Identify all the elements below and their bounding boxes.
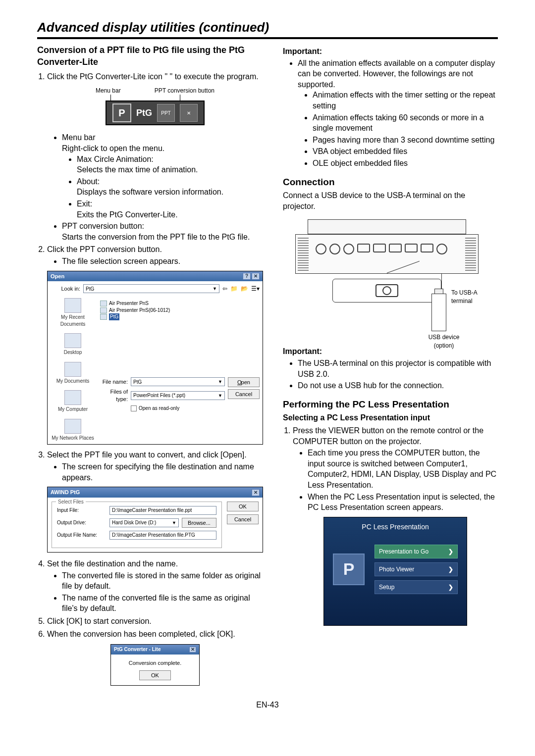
file-item[interactable]: PtG xyxy=(100,313,258,320)
unsupported-item: OLE object embedded files xyxy=(313,158,498,169)
readonly-label: Open as read-only xyxy=(139,405,179,412)
label-usba: To USB-A terminal xyxy=(451,289,498,304)
place-network[interactable]: My Network Places xyxy=(52,419,94,442)
newfolder-icon[interactable]: 📂 xyxy=(241,285,248,293)
page-title: Advanced display utilities (continued) xyxy=(37,20,498,39)
lens-icon xyxy=(375,284,398,297)
step-6: When the conversion has been completed, … xyxy=(47,629,263,686)
unsupported-item: Pages having more than 3 second downtime… xyxy=(313,135,498,146)
place-mycomputer[interactable]: My Computer xyxy=(58,390,88,413)
lookin-combo[interactable]: PtG▼ xyxy=(83,284,219,293)
input-file-label: Input File: xyxy=(57,507,107,514)
pcless-heading: Performing the PC Less Presentation xyxy=(283,398,498,411)
awind-dialog: AWIND PtG ✕ Select Files Input File: D:\… xyxy=(47,487,263,553)
input-file-field[interactable]: D:\ImageCaster Presentation file.ppt xyxy=(109,506,216,515)
page-number: EN-43 xyxy=(37,701,498,709)
label-ppt-button: PPT conversion button xyxy=(155,87,214,95)
step-3: Select the PPT file you want to convert,… xyxy=(47,450,263,553)
up-icon[interactable]: 📁 xyxy=(230,285,238,293)
done-message: Conversion complete. xyxy=(116,659,194,667)
output-drive-combo[interactable]: Hard Disk Drive (D:)▼ xyxy=(109,518,179,527)
step-2-text: Click the PPT conversion button. xyxy=(47,245,162,253)
step-6-text: When the conversion has been completed, … xyxy=(47,630,235,638)
conversion-complete-dialog: PtG Converter - Lite ✕ Conversion comple… xyxy=(110,644,200,686)
left-column: Conversion of a PPT file to PtG file usi… xyxy=(37,44,263,691)
file-item[interactable]: Air Presenter PnS(06-1012) xyxy=(100,307,258,314)
place-recent[interactable]: My Recent Documents xyxy=(51,298,95,327)
filetype-combo[interactable]: PowerPoint Files (*.ppt)▼ xyxy=(131,391,225,400)
step-3-text: Select the PPT file you want to convert,… xyxy=(47,451,247,459)
cancel-button[interactable]: Cancel xyxy=(228,389,260,399)
section-heading-conversion: Conversion of a PPT file to PtG file usi… xyxy=(37,44,263,68)
step-5: Click [OK] to start conversion. xyxy=(47,616,263,627)
ok-button[interactable]: OK xyxy=(139,670,171,680)
close-icon[interactable]: ✕ xyxy=(252,273,260,280)
step-1: Click the PtG Converter-Lite icon " " to… xyxy=(47,71,263,243)
open-dialog-title: Open xyxy=(51,273,64,280)
close-button[interactable]: ✕ xyxy=(180,104,198,122)
menu-bar-title: Menu bar xyxy=(62,133,96,142)
back-icon[interactable]: ⇦ xyxy=(222,285,227,293)
step-4-sub: The name of the converted file is the sa… xyxy=(62,593,263,614)
menu-item-photoviewer[interactable]: Photo Viewer❯ xyxy=(374,562,458,576)
file-list[interactable]: Air Presenter PnS Air Presenter PnS(06-1… xyxy=(98,298,260,377)
important-item: Do not use a USB hub for the connection. xyxy=(298,380,498,391)
step-4: Set the file destination and the name. T… xyxy=(47,558,263,614)
file-item[interactable]: Air Presenter PnS xyxy=(100,300,258,307)
pcless-screen: PC Less Presentation P Presentation to G… xyxy=(323,517,467,626)
menu-item-presentation[interactable]: Presentation to Go❯ xyxy=(374,545,458,558)
pcless-step-1: Press the VIEWER button on the remote co… xyxy=(293,425,498,626)
step-2: Click the PPT conversion button. The fil… xyxy=(47,244,263,445)
done-title: PtG Converter - Lite xyxy=(114,646,160,653)
important-item: The USB-A terminal on this projector is … xyxy=(298,358,498,379)
step-4-sub: The converted file is stored in the same… xyxy=(62,570,263,592)
browse-button[interactable]: Browse... xyxy=(182,518,216,528)
readonly-checkbox[interactable] xyxy=(131,405,137,411)
places-bar: My Recent Documents Desktop My Documents… xyxy=(51,298,95,441)
step-1-text: Click the PtG Converter-Lite icon " " to… xyxy=(47,72,259,81)
ptg-logo-icon: P xyxy=(333,554,365,585)
output-name-label: Output File Name: xyxy=(57,532,107,539)
ptg-toolbar-figure: Menu bar PPT conversion button P PtG PPT xyxy=(91,87,219,125)
connection-heading: Connection xyxy=(283,176,498,189)
output-name-field[interactable]: D:\ImageCaster Presentation file.PTG xyxy=(109,531,216,540)
connection-text: Connect a USB device to the USB-A termin… xyxy=(283,190,498,211)
output-drive-label: Output Drive: xyxy=(57,519,107,526)
ptg-logo-icon: P xyxy=(112,103,131,122)
close-icon[interactable]: ✕ xyxy=(189,647,196,653)
ptg-text: PtG xyxy=(136,107,152,119)
views-icon[interactable]: ☰▾ xyxy=(251,285,260,293)
important-intro: All the animation effects available on a… xyxy=(298,58,498,169)
step-3-sub: The screen for specifying the file desti… xyxy=(62,461,263,483)
open-button[interactable]: Open xyxy=(228,377,260,387)
unsupported-item: Animation effects with the timer setting… xyxy=(313,90,498,111)
filetype-label: Files of type: xyxy=(98,388,128,403)
menu-item-about: About: Displays the software version inf… xyxy=(77,176,263,198)
ok-button[interactable]: OK xyxy=(227,502,259,511)
help-icon[interactable]: ? xyxy=(243,273,251,280)
menu-item-max-circle: Max Circle Animation: Selects the max ti… xyxy=(77,154,263,175)
cancel-button[interactable]: Cancel xyxy=(227,514,259,524)
pcless-sub: When the PC Less Presentation input is s… xyxy=(308,492,498,513)
step-2-sub: The file selection screen appears. xyxy=(62,256,263,267)
place-desktop[interactable]: Desktop xyxy=(64,333,82,356)
right-column: Important: All the animation effects ava… xyxy=(283,44,498,691)
ppt-badge: PPT xyxy=(161,110,170,117)
close-icon[interactable]: ✕ xyxy=(252,489,260,496)
pcless-sub: Each time you press the COMPUTER button,… xyxy=(308,448,498,490)
menu-item-exit: Exit: Exits the PtG Converter-Lite. xyxy=(77,199,263,220)
place-mydocs[interactable]: My Documents xyxy=(56,362,90,385)
open-dialog: Open ? ✕ Look in: PtG▼ xyxy=(47,271,263,445)
menu-item-setup[interactable]: Setup❯ xyxy=(374,580,458,594)
label-menu-bar: Menu bar xyxy=(96,87,121,95)
usb-device-icon xyxy=(431,294,446,331)
legend: Select Files xyxy=(56,499,86,505)
chevron-right-icon: ❯ xyxy=(448,583,453,591)
pcless-subheading: Selecting a PC Less Presentation input xyxy=(283,412,498,423)
filename-input[interactable]: PtG▼ xyxy=(131,377,225,386)
menu-bar-desc: Right-click to open the menu. xyxy=(62,144,164,152)
unsupported-item: Animation effects taking 60 seconds or m… xyxy=(313,112,498,134)
chevron-right-icon: ❯ xyxy=(448,565,453,573)
lookin-label: Look in: xyxy=(51,285,80,293)
ppt-convert-button[interactable]: PPT xyxy=(157,104,175,122)
